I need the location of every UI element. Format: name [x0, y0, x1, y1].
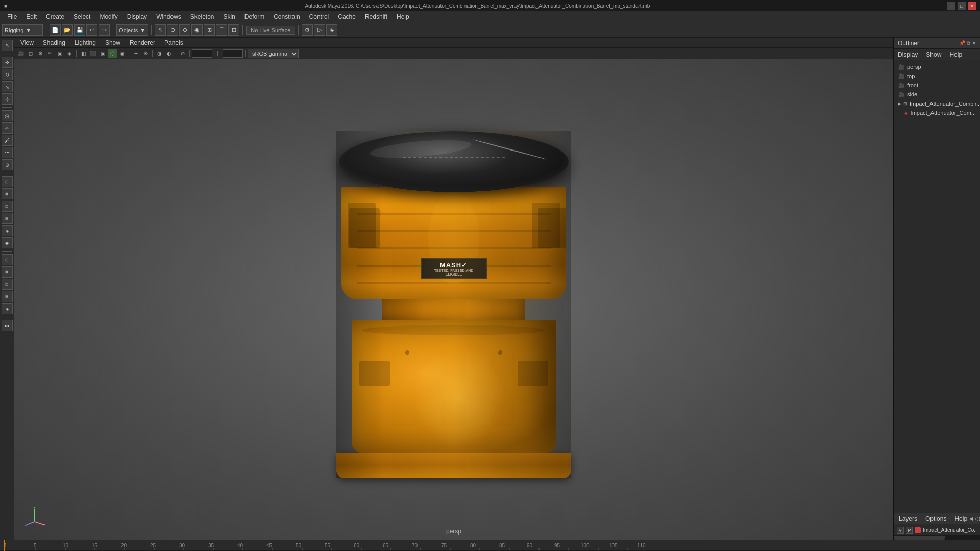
snap-curve-btn[interactable]: ⌒ — [216, 24, 227, 36]
menu-display[interactable]: Display — [123, 12, 151, 21]
layer-visibility-v[interactable]: V — [897, 527, 904, 534]
outliner-item-top[interactable]: 🎥 top — [894, 71, 980, 81]
menu-file[interactable]: File — [3, 12, 21, 21]
viewport-menu-shading[interactable]: Shading — [39, 39, 69, 47]
vt-shading4[interactable]: ⬡ — [108, 49, 117, 58]
open-btn[interactable]: 📂 — [62, 24, 73, 36]
vt-btn5[interactable]: ▣ — [55, 49, 64, 58]
lasso-tool-btn[interactable]: ⊙ — [167, 24, 178, 36]
outliner-item-group[interactable]: ▶ ⊞ Impact_Attenuator_Combin... — [894, 99, 980, 108]
menu-create[interactable]: Create — [42, 12, 68, 21]
lt-btn14[interactable]: ⊡ — [2, 279, 13, 290]
layers-tab-options[interactable]: Options — [923, 515, 948, 522]
layers-tab-help[interactable]: Help — [952, 515, 969, 522]
menu-windows[interactable]: Windows — [152, 12, 185, 21]
vt-shading2[interactable]: ⬛ — [88, 49, 97, 58]
gamma-input[interactable]: 1.00 — [223, 49, 243, 58]
lt-btn8[interactable]: ⊡ — [2, 201, 13, 212]
lt-btn6[interactable]: ⊞ — [2, 176, 13, 187]
outliner-item-mesh[interactable]: ◈ Impact_Attenuator_Com... — [900, 108, 980, 117]
menu-skeleton[interactable]: Skeleton — [186, 12, 218, 21]
render-settings-btn[interactable]: ⚙ — [302, 24, 313, 36]
vt-shading1[interactable]: ◧ — [79, 49, 88, 58]
viewport-menu-view[interactable]: View — [16, 39, 38, 47]
lt-more-btn[interactable]: ••• — [2, 320, 13, 331]
viewport-menu-renderer[interactable]: Renderer — [126, 39, 159, 47]
lt-btn12[interactable]: ⊞ — [2, 254, 13, 265]
new-scene-btn[interactable]: 📄 — [50, 24, 61, 36]
vt-shading5[interactable]: ◉ — [117, 49, 127, 58]
layers-tab-layers[interactable]: Layers — [897, 515, 919, 522]
scale-btn[interactable]: ⤡ — [2, 81, 13, 92]
rotate-btn[interactable]: ↻ — [2, 69, 13, 80]
outliner-tab-display[interactable]: Display — [896, 50, 920, 59]
no-live-surface-label[interactable]: No Live Surface — [246, 26, 295, 35]
select-btn[interactable]: ↖ — [2, 40, 13, 51]
exposure-input[interactable]: 0.00 — [192, 49, 212, 58]
3d-viewport[interactable]: MASH✓ TESTED, PASSED AND ELIGIBLE — [14, 59, 893, 540]
outliner-tab-help[interactable]: Help — [947, 50, 964, 59]
select-tool-btn[interactable]: ↖ — [155, 24, 166, 36]
lt-btn11[interactable]: ◉ — [2, 237, 13, 248]
render-btn[interactable]: ▷ — [314, 24, 325, 36]
viewport-menu-show[interactable]: Show — [101, 39, 125, 47]
maximize-button[interactable]: □ — [958, 2, 966, 10]
lt-btn15[interactable]: ⊟ — [2, 291, 13, 302]
sculpt-btn[interactable]: ✏ — [2, 122, 13, 134]
vt-light1[interactable]: ☀ — [131, 49, 140, 58]
menu-select[interactable]: Select — [69, 12, 94, 21]
vt-isolate[interactable]: ⊙ — [178, 49, 187, 58]
paint-btn[interactable]: 🖌 — [2, 135, 13, 146]
undo-btn[interactable]: ↩ — [86, 24, 97, 36]
outliner-tab-show[interactable]: Show — [924, 50, 943, 59]
menu-redshift[interactable]: Redshift — [361, 12, 391, 21]
lt-btn13[interactable]: ⊠ — [2, 266, 13, 278]
menu-skin[interactable]: Skin — [219, 12, 239, 21]
redo-btn[interactable]: ↪ — [99, 24, 110, 36]
move-btn[interactable]: ✛ — [2, 57, 13, 68]
menu-cache[interactable]: Cache — [334, 12, 360, 21]
layer-visibility-p[interactable]: P — [906, 527, 913, 534]
vt-ao[interactable]: ◐ — [164, 49, 174, 58]
paint-sel-btn[interactable]: ⊕ — [179, 24, 190, 36]
objects-dropdown[interactable]: Objects ▼ — [116, 24, 148, 36]
soft-sel-btn[interactable]: ◉ — [191, 24, 203, 36]
outliner-float-btn[interactable]: ⧉ — [967, 40, 970, 46]
snap-point-btn[interactable]: ⊟ — [228, 24, 239, 36]
soft-mod-btn[interactable]: ◎ — [2, 110, 13, 121]
menu-deform[interactable]: Deform — [240, 12, 268, 21]
viewport-menu-panels[interactable]: Panels — [160, 39, 187, 47]
vt-shading3[interactable]: ▣ — [98, 49, 107, 58]
snap-btn[interactable]: ⊙ — [2, 159, 13, 170]
menu-help[interactable]: Help — [393, 12, 413, 21]
minimize-button[interactable]: ─ — [947, 2, 955, 10]
outliner-pin-btn[interactable]: 📌 — [959, 40, 965, 46]
lt-btn10[interactable]: ◈ — [2, 225, 13, 236]
snap-grid-btn[interactable]: ⊞ — [204, 24, 215, 36]
outliner-close-btn[interactable]: ✕ — [972, 40, 976, 46]
vt-shadow[interactable]: ◑ — [155, 49, 164, 58]
vt-light2[interactable]: ☀ — [141, 49, 150, 58]
outliner-item-persp[interactable]: 🎥 persp — [894, 62, 980, 71]
transform-btn[interactable]: ⊹ — [2, 93, 13, 105]
close-button[interactable]: ✕ — [968, 2, 976, 10]
vt-btn3[interactable]: ⚙ — [36, 49, 45, 58]
mode-dropdown[interactable]: Rigging ▼ — [2, 24, 43, 36]
vt-btn2[interactable]: ◻ — [26, 49, 35, 58]
lt-btn16[interactable]: ◈ — [2, 303, 13, 314]
layers-prev-btn[interactable]: ◀ — [969, 516, 973, 521]
right-panel-scrollbar[interactable] — [894, 536, 980, 540]
layers-back-btn[interactable]: ◁ — [974, 516, 978, 521]
color-profile-select[interactable]: sRGB gamma Linear — [248, 49, 299, 58]
vt-btn1[interactable]: 🎥 — [16, 49, 26, 58]
outliner-item-front[interactable]: 🎥 front — [894, 81, 980, 90]
lt-btn7[interactable]: ⊠ — [2, 188, 13, 199]
menu-edit[interactable]: Edit — [22, 12, 41, 21]
outliner-item-side[interactable]: 🎥 side — [894, 90, 980, 99]
menu-control[interactable]: Control — [305, 12, 333, 21]
ipr-btn[interactable]: ◈ — [326, 24, 337, 36]
curve-btn[interactable]: 〜 — [2, 147, 13, 158]
menu-constrain[interactable]: Constrain — [270, 12, 304, 21]
vt-btn6[interactable]: ◈ — [65, 49, 74, 58]
viewport-menu-lighting[interactable]: Lighting — [70, 39, 100, 47]
